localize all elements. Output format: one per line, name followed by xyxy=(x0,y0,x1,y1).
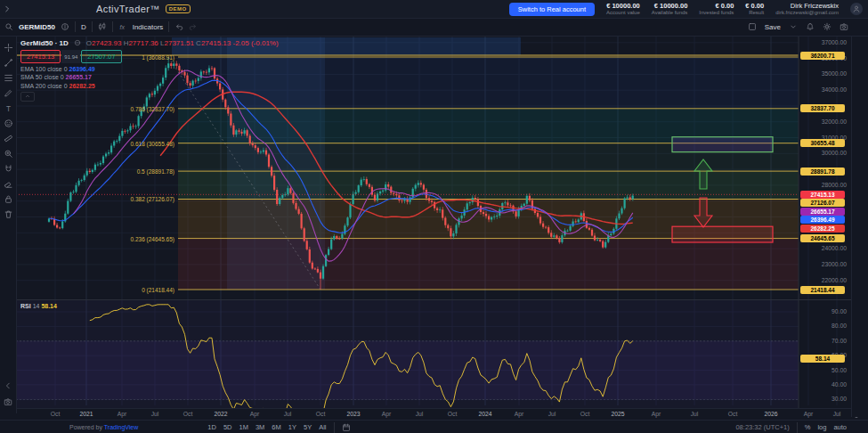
measure-tool-icon[interactable] xyxy=(2,132,14,144)
account-stats: € 10000.00Account value€ 10000.00Availab… xyxy=(606,2,764,17)
drawing-toolbar: T xyxy=(0,36,17,413)
account-stat-0: € 10000.00Account value xyxy=(606,2,640,17)
emoji-tool-icon[interactable] xyxy=(2,117,14,129)
user-block[interactable]: Dirk Friczewskix dirk.friczewski@gmail.c… xyxy=(775,2,839,17)
eraser-tool-icon[interactable] xyxy=(2,177,14,190)
scale-mode-auto[interactable]: auto xyxy=(833,423,847,431)
account-stat-3: € 0.00Result xyxy=(745,2,764,17)
time-axis-label: Oct xyxy=(448,411,458,417)
undo-icon[interactable] xyxy=(174,22,183,31)
chart-type-icon[interactable] xyxy=(98,22,107,31)
time-axis-label: 2025 xyxy=(611,411,624,417)
brush-tool-icon[interactable] xyxy=(2,86,14,99)
time-axis-label: 2022 xyxy=(214,411,227,417)
time-axis-label: Jul xyxy=(691,411,699,417)
time-axis-label: Apr xyxy=(250,411,260,417)
range-button-5y[interactable]: 5Y xyxy=(304,423,312,431)
time-axis-label: Oct xyxy=(316,411,326,417)
range-button-1y[interactable]: 1Y xyxy=(288,423,296,431)
switch-to-real-account-button[interactable]: Switch to Real account xyxy=(509,3,595,16)
chart-area: GerMid50 · 1D O27423.93 H27717.36 L27371… xyxy=(16,36,852,408)
timeframe-button[interactable]: D xyxy=(81,23,86,31)
time-axis-label: Jul xyxy=(151,411,159,417)
range-button-3m[interactable]: 3M xyxy=(256,423,264,431)
tradingview-link[interactable]: TradingView xyxy=(104,424,139,430)
crosshair-tool-icon[interactable] xyxy=(2,41,14,53)
time-axis-label: Oct xyxy=(728,411,738,417)
person-icon xyxy=(852,4,861,13)
info-icon[interactable] xyxy=(61,22,69,31)
calendar-icon[interactable] xyxy=(342,423,351,432)
scale-mode-buttons: %logauto xyxy=(805,423,847,431)
time-axis-label: Jul xyxy=(416,411,424,417)
scale-mode-%[interactable]: % xyxy=(805,423,811,431)
time-axis-label: 2024 xyxy=(478,411,491,417)
indicators-button[interactable]: Indicators xyxy=(133,23,164,31)
powered-by: Powered by TradingView xyxy=(69,424,138,430)
bottom-bar: Powered by TradingView 1D5D1M3M6M1Y5YAll… xyxy=(0,420,868,433)
account-stat-1: € 10000.00Available funds xyxy=(652,2,688,17)
date-range-buttons: 1D5D1M3M6M1Y5YAll xyxy=(207,423,326,431)
time-axis-label: 2026 xyxy=(764,411,777,417)
time-axis-label: 2023 xyxy=(346,411,360,417)
indicators-icon[interactable]: fx xyxy=(118,22,127,31)
symbol-search[interactable]: GERMID50 xyxy=(19,23,55,31)
range-button-all[interactable]: All xyxy=(319,423,326,431)
time-axis-label: Apr xyxy=(118,411,127,417)
range-button-1d[interactable]: 1D xyxy=(207,423,216,431)
range-button-5d[interactable]: 5D xyxy=(223,423,232,431)
time-axis-label: Apr xyxy=(652,411,661,417)
time-axis-label: Oct xyxy=(183,411,193,417)
snapshot-icon[interactable] xyxy=(2,396,14,408)
text-tool-tool-icon[interactable]: T xyxy=(2,102,14,114)
magnet-tool-icon[interactable] xyxy=(2,162,14,175)
fib-retracement-tool-icon[interactable] xyxy=(2,71,14,84)
chart-toolbar: GERMID50 D fx Indicators Save xyxy=(0,18,868,37)
trend-line-tool-icon[interactable] xyxy=(2,56,14,69)
time-axis-label: Jul xyxy=(833,411,841,417)
powered-by-text: Powered by xyxy=(69,424,102,430)
scale-mode-log[interactable]: log xyxy=(817,423,826,431)
svg-text:T: T xyxy=(6,104,11,112)
svg-text:fx: fx xyxy=(119,24,125,30)
avatar[interactable] xyxy=(850,3,863,15)
demo-badge: DEMO xyxy=(166,4,191,13)
account-stat-2: € 0.00Invested funds xyxy=(699,2,734,17)
range-button-1m[interactable]: 1M xyxy=(239,423,248,431)
top-bar: ActivTrader™ DEMO Switch to Real account… xyxy=(0,0,868,19)
redo-icon[interactable] xyxy=(189,22,198,31)
time-axis-label: Apr xyxy=(382,411,392,417)
app-logo: ActivTrader™ xyxy=(96,4,160,14)
trading-app-window: ActivTrader™ DEMO Switch to Real account… xyxy=(0,0,868,433)
zoom-tool-icon[interactable] xyxy=(2,147,14,159)
save-button[interactable]: Save xyxy=(765,23,781,31)
time-axis-label: Oct xyxy=(51,411,61,417)
time-axis-label: Jul xyxy=(548,411,556,417)
time-axis-label: Oct xyxy=(580,411,590,417)
collapse-toolbar-icon[interactable] xyxy=(2,380,14,392)
chevron-down-icon[interactable] xyxy=(789,22,798,31)
right-rail xyxy=(851,18,868,417)
chart-canvas[interactable] xyxy=(16,36,852,408)
lock-tool-icon[interactable] xyxy=(2,192,14,205)
alert-bell-icon[interactable] xyxy=(806,22,815,31)
time-axis[interactable]: Oct2021AprJulOct2022AprJulOct2023AprJulO… xyxy=(16,408,868,421)
search-icon[interactable] xyxy=(4,22,13,31)
clock[interactable]: 08:23:32 (UTC+1) xyxy=(735,423,789,431)
expand-sidebar-icon[interactable] xyxy=(3,4,12,13)
time-axis-label: 2021 xyxy=(79,411,93,417)
user-name: Dirk Friczewskix xyxy=(775,2,839,10)
time-axis-label: Jul xyxy=(284,411,292,417)
screenshot-camera-icon[interactable] xyxy=(840,22,848,31)
user-email: dirk.friczewski@gmail.com xyxy=(775,10,839,17)
layout-icon[interactable] xyxy=(748,22,757,31)
trash-tool-icon[interactable] xyxy=(2,208,14,220)
time-axis-label: Apr xyxy=(804,411,814,417)
range-button-6m[interactable]: 6M xyxy=(272,423,280,431)
settings-gear-icon[interactable] xyxy=(823,22,831,31)
time-axis-label: Apr xyxy=(515,411,524,417)
